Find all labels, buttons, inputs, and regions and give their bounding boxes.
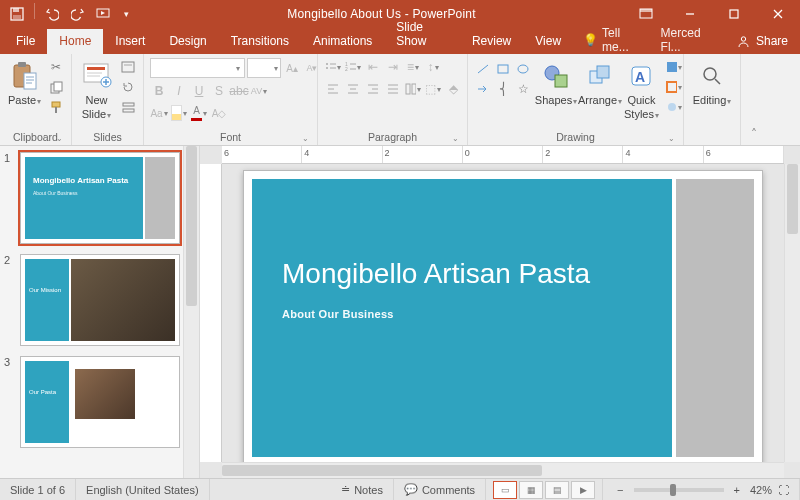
normal-view-icon[interactable]: ▭: [493, 481, 517, 499]
slide-side-placeholder[interactable]: [676, 179, 754, 457]
fit-to-window-icon[interactable]: ⛶: [778, 484, 789, 496]
zoom-percent[interactable]: 42%: [744, 484, 778, 496]
zoom-slider[interactable]: [634, 488, 724, 492]
cut-icon[interactable]: ✂: [47, 58, 65, 76]
font-name-combo[interactable]: [150, 58, 245, 78]
shadow-icon[interactable]: S: [210, 82, 228, 100]
section-icon[interactable]: [119, 98, 137, 116]
underline-icon[interactable]: U: [190, 82, 208, 100]
slideshow-view-icon[interactable]: ▶: [571, 481, 595, 499]
thumbnail-1[interactable]: 1 Mongibello Artisan PastaAbout Our Busi…: [0, 146, 199, 248]
strikethrough-icon[interactable]: abc: [230, 82, 248, 100]
paste-button[interactable]: Paste: [6, 58, 43, 107]
redo-icon[interactable]: [67, 3, 89, 25]
text-direction-icon[interactable]: ↕: [424, 58, 442, 76]
brace-shape-icon[interactable]: ⎨: [494, 80, 512, 98]
vertical-ruler[interactable]: [200, 164, 222, 462]
reset-icon[interactable]: [119, 78, 137, 96]
tab-insert[interactable]: Insert: [103, 29, 157, 54]
decrease-indent-icon[interactable]: ⇤: [364, 58, 382, 76]
reading-view-icon[interactable]: ▤: [545, 481, 569, 499]
slide-subtitle[interactable]: About Our Business: [282, 308, 642, 320]
thumbnail-3[interactable]: 3 Our Pasta: [0, 350, 199, 452]
slide-canvas[interactable]: Mongibello Artisan Pasta About Our Busin…: [243, 170, 763, 466]
font-size-combo[interactable]: [247, 58, 281, 78]
highlight-icon[interactable]: [170, 104, 188, 122]
slide-title[interactable]: Mongibello Artisan Pasta: [282, 259, 642, 290]
svg-text:2: 2: [345, 66, 348, 72]
tab-transitions[interactable]: Transitions: [219, 29, 301, 54]
tell-me[interactable]: 💡 Tell me...: [573, 26, 651, 54]
comments-icon: 💬: [404, 483, 418, 496]
layout-icon[interactable]: [119, 58, 137, 76]
quick-styles-button[interactable]: A Quick Styles: [624, 58, 659, 121]
horizontal-scrollbar[interactable]: [222, 462, 784, 478]
smartart-icon[interactable]: ⬘: [444, 80, 462, 98]
shape-outline-icon[interactable]: [665, 78, 683, 96]
comments-button[interactable]: 💬Comments: [394, 479, 486, 500]
increase-indent-icon[interactable]: ⇥: [384, 58, 402, 76]
close-button[interactable]: [756, 0, 800, 28]
new-slide-label1: New: [85, 94, 107, 106]
quick-label1: Quick: [627, 94, 655, 106]
zoom-out-icon[interactable]: −: [613, 484, 627, 496]
bold-icon[interactable]: B: [150, 82, 168, 100]
tab-slideshow[interactable]: Slide Show: [384, 15, 460, 54]
svg-rect-58: [555, 75, 567, 87]
char-spacing-icon[interactable]: AV: [250, 82, 268, 100]
clear-formatting-icon[interactable]: A◇: [210, 104, 228, 122]
star-shape-icon[interactable]: ☆: [514, 80, 532, 98]
zoom-in-icon[interactable]: +: [730, 484, 744, 496]
sorter-view-icon[interactable]: ▦: [519, 481, 543, 499]
format-painter-icon[interactable]: [47, 98, 65, 116]
justify-icon[interactable]: [384, 80, 402, 98]
tab-view[interactable]: View: [523, 29, 573, 54]
minimize-button[interactable]: [668, 0, 712, 28]
tab-file[interactable]: File: [4, 29, 47, 54]
align-left-icon[interactable]: [324, 80, 342, 98]
copy-icon[interactable]: [47, 78, 65, 96]
change-case-icon[interactable]: Aa: [150, 104, 168, 122]
slide-counter[interactable]: Slide 1 of 6: [0, 479, 76, 500]
columns-icon[interactable]: [404, 80, 422, 98]
save-icon[interactable]: [6, 3, 28, 25]
share-button[interactable]: Share: [725, 28, 800, 54]
tab-review[interactable]: Review: [460, 29, 523, 54]
maximize-button[interactable]: [712, 0, 756, 28]
align-right-icon[interactable]: [364, 80, 382, 98]
qat-customize-icon[interactable]: ▾: [119, 3, 133, 25]
notes-button[interactable]: ≐Notes: [331, 479, 394, 500]
svg-rect-31: [123, 109, 134, 112]
shapes-button[interactable]: Shapes: [536, 58, 576, 107]
align-text-icon[interactable]: ⬚: [424, 80, 442, 98]
vertical-scrollbar[interactable]: [784, 164, 800, 462]
start-from-beginning-icon[interactable]: [93, 3, 115, 25]
shape-gallery[interactable]: [474, 60, 532, 78]
ribbon-options-icon[interactable]: [624, 0, 668, 28]
tab-home[interactable]: Home: [47, 29, 103, 54]
tab-design[interactable]: Design: [157, 29, 218, 54]
editing-button[interactable]: Editing: [690, 58, 734, 107]
bullets-icon[interactable]: [324, 58, 342, 76]
line-spacing-icon[interactable]: ≡: [404, 58, 422, 76]
svg-line-54: [478, 65, 488, 73]
thumbnail-2[interactable]: 2 Our Mission: [0, 248, 199, 350]
shape-effects-icon[interactable]: [665, 98, 683, 116]
horizontal-ruler[interactable]: 6 4 2 0 2 4 6: [222, 146, 784, 164]
tab-animations[interactable]: Animations: [301, 29, 384, 54]
new-slide-button[interactable]: New Slide: [78, 58, 115, 121]
arrow-shape-icon[interactable]: [474, 80, 492, 98]
collapse-ribbon-icon[interactable]: ˄: [740, 54, 766, 145]
numbering-icon[interactable]: 12: [344, 58, 362, 76]
increase-font-icon[interactable]: A▴: [283, 59, 301, 77]
arrange-button[interactable]: Arrange: [580, 58, 620, 107]
shape-fill-icon[interactable]: [665, 58, 683, 76]
account-name[interactable]: Merced Fl...: [651, 26, 725, 54]
language-indicator[interactable]: English (United States): [76, 479, 210, 500]
undo-icon[interactable]: [41, 3, 63, 25]
find-icon: [696, 60, 728, 92]
font-color-icon[interactable]: A: [190, 104, 208, 122]
thumbnail-scrollbar[interactable]: [183, 146, 199, 478]
italic-icon[interactable]: I: [170, 82, 188, 100]
align-center-icon[interactable]: [344, 80, 362, 98]
